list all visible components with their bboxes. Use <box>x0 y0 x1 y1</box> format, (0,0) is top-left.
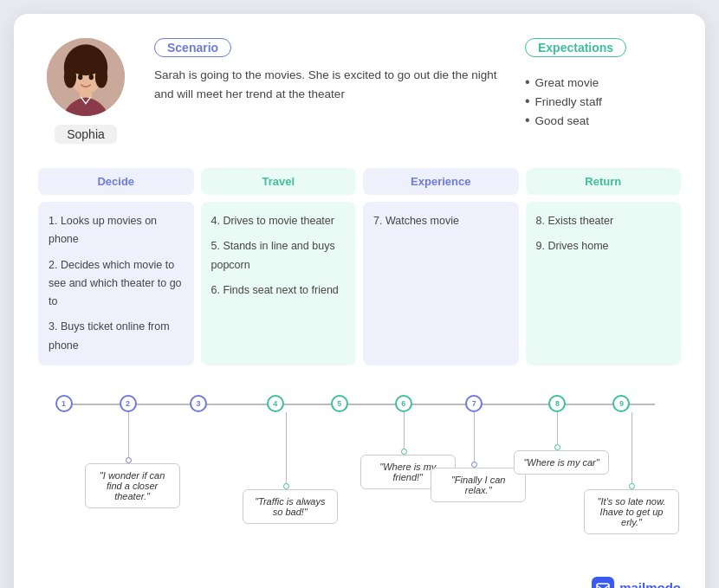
bubble-connector-line <box>632 412 632 486</box>
top-section: Sophia Scenario Sarah is going to the mo… <box>38 38 681 144</box>
thought-bubble: "Traffic is always so bad!" <box>243 489 338 524</box>
svg-point-8 <box>89 74 94 80</box>
bubble-connector-line <box>286 412 287 486</box>
timeline-node-6: 6 <box>395 395 412 412</box>
expectations-label: Expectations <box>525 38 626 57</box>
avatar <box>47 38 125 116</box>
timeline-node-5: 5 <box>331 395 348 412</box>
bubble-connector-line <box>128 412 129 460</box>
phase-header-travel: Travel <box>201 168 357 195</box>
persona-column: Sophia <box>38 38 133 144</box>
expectations-column: Expectations Great movie Frinedly staff … <box>525 38 681 130</box>
expectations-list: Great movie Frinedly staff Good seat <box>525 73 681 130</box>
phase-content-experience: 7. Watches movie <box>363 202 519 365</box>
footer: mailmodo <box>38 577 681 588</box>
bubble-dot <box>283 483 289 489</box>
bubble-dot <box>629 483 635 489</box>
bubble-dot <box>401 449 407 455</box>
phase-header-return: Return <box>526 168 682 195</box>
thought-bubble: "Where is my car" <box>514 450 608 475</box>
thought-bubble: "It's so late now. Ihave to get up erly.… <box>584 489 679 534</box>
timeline-node-2: 2 <box>120 395 137 412</box>
bubble-connector-line <box>557 412 558 447</box>
scenario-column: Scenario Sarah is going to the movies. S… <box>154 38 504 103</box>
bubble-dot <box>126 457 132 463</box>
phase-content-decide: 1. Looks up movies on phone 2. Decides w… <box>38 202 194 365</box>
thought-bubble: "Finally I can relax." <box>431 468 526 502</box>
svg-point-5 <box>64 66 76 87</box>
phase-headers-row: Decide Travel Experience Return <box>38 168 681 195</box>
bubble-dot <box>554 444 560 450</box>
timeline-node-3: 3 <box>190 395 207 412</box>
timeline-node-4: 4 <box>267 395 284 412</box>
mailmodo-icon <box>592 577 614 588</box>
svg-point-6 <box>95 66 107 87</box>
svg-point-7 <box>78 74 82 80</box>
bubble-connector-line <box>474 412 475 464</box>
mailmodo-brand: mailmodo <box>592 577 681 588</box>
phase-content-travel: 4. Drives to movie theater 5. Stands in … <box>201 202 357 365</box>
mailmodo-text: mailmodo <box>619 580 681 588</box>
timeline-node-1: 1 <box>55 395 73 412</box>
main-card: Sophia Scenario Sarah is going to the mo… <box>14 14 705 588</box>
phase-header-decide: Decide <box>38 168 194 195</box>
timeline-node-8: 8 <box>548 395 566 412</box>
persona-name: Sophia <box>55 125 117 144</box>
expectation-item: Good seat <box>525 111 681 130</box>
expectation-item: Frinedly staff <box>525 92 681 111</box>
bubble-connector-line <box>404 412 405 451</box>
phase-header-experience: Experience <box>363 168 519 195</box>
scenario-text: Sarah is going to the movies. She is exc… <box>154 66 504 103</box>
expectation-item: Great movie <box>525 73 681 92</box>
scenario-label: Scenario <box>154 38 231 57</box>
timeline-node-7: 7 <box>465 395 483 412</box>
timeline-node-9: 9 <box>612 395 630 412</box>
phase-content-row: 1. Looks up movies on phone 2. Decides w… <box>38 202 681 365</box>
thought-bubble: "I wonder if can find a closer theater." <box>85 463 180 508</box>
bubble-dot <box>471 462 477 468</box>
timeline-line <box>64 404 655 405</box>
journey-timeline: 123456789"I wonder if can find a closer … <box>38 379 681 570</box>
phase-content-return: 8. Exists theater 9. Drives home <box>526 202 682 365</box>
